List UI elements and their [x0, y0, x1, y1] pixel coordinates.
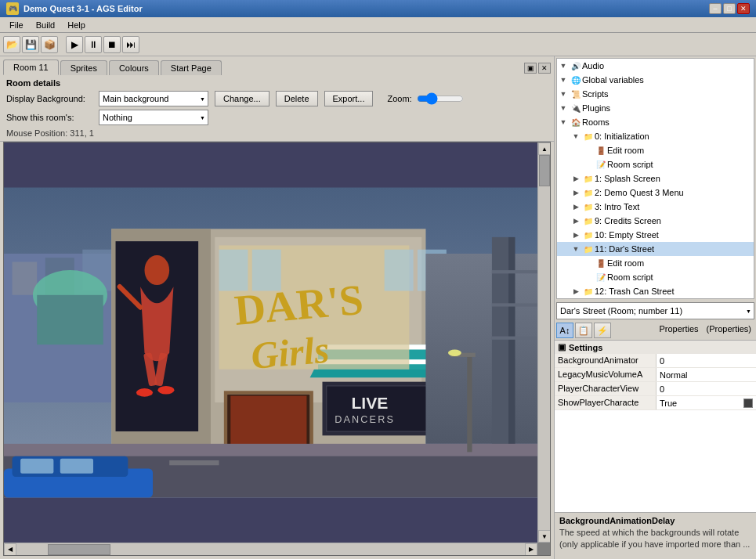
tree-room11[interactable]: ▼ 📁 11: Dar's Street [557, 242, 754, 256]
menu-help[interactable]: Help [61, 19, 92, 31]
project-tree[interactable]: ▼ 🔊 Audio ▼ 🌐 Global variables ▼ 📜 Scrip… [556, 58, 754, 299]
toolbar-package[interactable]: 📦 [41, 36, 58, 53]
description-panel: BackgroundAnimationDelay The speed at wh… [555, 512, 756, 559]
scroll-down-button[interactable]: ▼ [538, 530, 551, 543]
tree-rooms[interactable]: ▼ 🏠 Rooms [557, 115, 754, 129]
prop-legacymusic-name: LegacyMusicVolumeA [555, 368, 657, 381]
tree-expand-r0: ▼ [570, 130, 582, 142]
canvas-hscrollbar[interactable]: ◀ ▶ [4, 543, 537, 555]
prop-showplayer-value[interactable]: True [657, 396, 756, 409]
toolbar-pause[interactable]: ⏸ [85, 36, 102, 53]
window-controls: – □ ✕ [709, 3, 750, 14]
tree-room12[interactable]: ▶ 📁 12: Trash Can Street [557, 284, 754, 298]
props-btn-list[interactable]: 📋 [575, 323, 592, 338]
props-label: Properties [656, 323, 701, 338]
tab-sprites[interactable]: Sprites [60, 60, 107, 75]
mouse-position: Mouse Position: 311, 1 [6, 128, 548, 138]
props-btn-event[interactable]: ⚡ [594, 323, 611, 338]
center-panel: Room 11 Sprites Colours Start Page ▣ ✕ R… [0, 56, 554, 559]
toolbar-run[interactable]: ▶ [66, 36, 83, 53]
tree-room0[interactable]: ▼ 📁 0: Initialization [557, 129, 754, 143]
svg-text:LIVE: LIVE [351, 394, 388, 412]
scroll-vtrack[interactable] [538, 155, 550, 530]
display-bg-dropdown[interactable]: Main background [99, 91, 208, 106]
scroll-left-button[interactable]: ◀ [4, 543, 16, 556]
tree-room0-script[interactable]: 📝 Room script [557, 157, 754, 171]
tree-room11-edit[interactable]: 🚪 Edit room [557, 256, 754, 270]
tree-globalvars[interactable]: ▼ 🌐 Global variables [557, 73, 754, 87]
scroll-right-button[interactable]: ▶ [525, 543, 537, 556]
tree-expand-r1: ▶ [570, 172, 582, 185]
tree-room11-script-label: Room script [607, 272, 653, 282]
prop-bganimator-value[interactable]: 0 [657, 354, 756, 367]
tree-room1-label: 1: Splash Screen [595, 174, 660, 183]
room-canvas-container[interactable]: DAR'S Girls LIVE DANCERS [3, 142, 551, 556]
tab-bar: Room 11 Sprites Colours Start Page ▣ ✕ [0, 56, 554, 75]
tree-room11-script[interactable]: 📝 Room script [557, 270, 754, 284]
tree-expand-r11s [582, 271, 595, 283]
tab-close-button[interactable]: ✕ [538, 63, 551, 74]
scroll-htrack[interactable] [16, 543, 525, 556]
tab-float-button[interactable]: ▣ [524, 63, 537, 74]
properties-panel: ▣ Settings BackgroundAnimator 0 LegacyMu… [555, 340, 756, 512]
tree-expand-r12: ▶ [570, 285, 582, 298]
tab-room11[interactable]: Room 11 [3, 60, 59, 75]
scroll-vthumb[interactable] [539, 155, 550, 186]
showplayer-checkbox[interactable] [743, 399, 753, 408]
tree-expand-rooms: ▼ [557, 116, 570, 128]
menu-file[interactable]: File [3, 19, 30, 31]
zoom-control: Zoom: [387, 92, 463, 105]
export-button[interactable]: Export... [324, 91, 374, 106]
props-paren-label: (Properties) [704, 323, 754, 338]
scroll-hthumb[interactable] [48, 544, 110, 555]
tree-room11-label: 11: Dar's Street [595, 244, 654, 254]
script-icon: 📝 [595, 158, 607, 171]
show-room-label: Show this room's: [6, 113, 92, 122]
prop-playerchar-value[interactable]: 0 [657, 382, 756, 395]
tree-room2[interactable]: ▶ 📁 2: Demo Quest 3 Menu [557, 186, 754, 200]
close-button[interactable]: ✕ [737, 3, 750, 14]
svg-rect-40 [492, 270, 537, 273]
tree-room1[interactable]: ▶ 📁 1: Splash Screen [557, 171, 754, 186]
svg-point-10 [144, 255, 169, 285]
change-button[interactable]: Change... [215, 91, 269, 106]
tree-scripts-label: Scripts [582, 89, 609, 99]
tree-room0-edit[interactable]: 🚪 Edit room [557, 143, 754, 157]
svg-rect-35 [385, 250, 414, 291]
tree-scripts[interactable]: ▼ 📜 Scripts [557, 87, 754, 101]
toolbar-stop[interactable]: ⏹ [103, 36, 121, 53]
menu-build[interactable]: Build [30, 19, 61, 31]
room-selector-dropdown[interactable]: Dar's Street (Room; number 11) [556, 302, 754, 319]
tree-room13[interactable]: ▶ 📁 13: Broken Curb Street [557, 298, 754, 299]
tree-expand-scripts: ▼ [557, 88, 570, 100]
svg-rect-33 [219, 250, 248, 291]
toolbar-step[interactable]: ⏭ [122, 36, 139, 53]
canvas-vscrollbar[interactable]: ▲ ▼ [537, 142, 550, 543]
props-btn-sort[interactable]: A↕ [556, 323, 573, 338]
tree-plugins[interactable]: ▼ 🔌 Plugins [557, 101, 754, 115]
tree-room10[interactable]: ▶ 📁 10: Empty Street [557, 228, 754, 242]
toolbar-save[interactable]: 💾 [22, 36, 39, 53]
show-room-dropdown[interactable]: Nothing [99, 110, 208, 125]
room-svg: DAR'S Girls LIVE DANCERS [4, 142, 537, 543]
tree-audio[interactable]: ▼ 🔊 Audio [557, 59, 754, 73]
tab-colours[interactable]: Colours [109, 60, 159, 75]
tree-room9[interactable]: ▶ 📁 9: Credits Screen [557, 214, 754, 228]
toolbar-open[interactable]: 📂 [3, 36, 20, 53]
props-section-settings: ▣ Settings [555, 341, 756, 354]
display-bg-row: Display Background: Main background Chan… [6, 91, 548, 106]
prop-legacymusic-value[interactable]: Normal [657, 368, 756, 381]
minimize-button[interactable]: – [709, 3, 722, 14]
tree-room0-script-label: Room script [607, 160, 653, 169]
tree-expand-r11: ▼ [570, 243, 582, 255]
tree-globalvars-label: Global variables [582, 75, 644, 85]
svg-rect-34 [252, 250, 281, 291]
maximize-button[interactable]: □ [723, 3, 736, 14]
tree-room3[interactable]: ▶ 📁 3: Intro Text [557, 200, 754, 214]
room9-icon: 📁 [582, 215, 595, 227]
room-details-panel: Room details Display Background: Main ba… [0, 75, 554, 142]
tab-startpage[interactable]: Start Page [161, 60, 222, 75]
zoom-slider[interactable] [417, 92, 464, 105]
scroll-up-button[interactable]: ▲ [538, 142, 551, 155]
delete-button[interactable]: Delete [276, 91, 318, 106]
